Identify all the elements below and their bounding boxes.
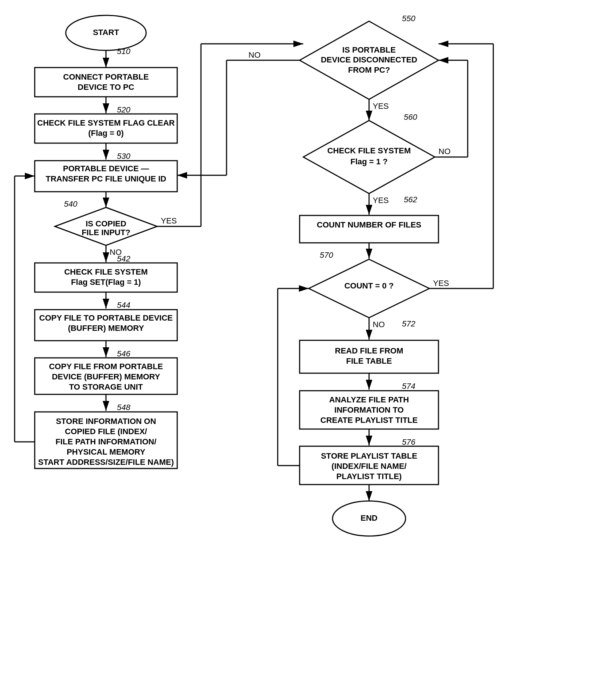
ref-510-label: 510 — [117, 47, 130, 56]
n542-label1: CHECK FILE SYSTEM — [64, 267, 148, 276]
n546-label2: DEVICE (BUFFER) MEMORY — [52, 372, 160, 381]
ref-562-label: 562 — [404, 195, 417, 204]
n572-label1: READ FILE FROM — [335, 346, 403, 355]
n576-label3: PLAYLIST TITLE) — [337, 472, 402, 481]
n520-label2: (Flag = 0) — [88, 129, 124, 138]
ref-572-label: 572 — [402, 319, 415, 328]
ref-570-label: 570 — [320, 250, 333, 260]
n570-label1: COUNT = 0 ? — [344, 281, 394, 290]
n560-label2: Flag = 1 ? — [350, 157, 388, 166]
n574-label2: INFORMATION TO — [334, 405, 404, 414]
n550-label1: IS PORTABLE — [342, 45, 396, 54]
n548-label3: FILE PATH INFORMATION/ — [56, 437, 156, 446]
n544-label1: COPY FILE TO PORTABLE DEVICE — [39, 313, 173, 322]
ref-542-label: 542 — [117, 254, 130, 263]
n560-yes-label: YES — [373, 196, 389, 205]
n560-no-label: NO — [438, 147, 451, 156]
end-label: END — [361, 513, 377, 523]
n574-label1: ANALYZE FILE PATH — [329, 395, 409, 404]
n562-label1: COUNT NUMBER OF FILES — [317, 220, 421, 229]
n550-yes-label: YES — [373, 102, 389, 111]
ref-550-label: 550 — [402, 14, 415, 23]
ref-576-label: 576 — [402, 437, 415, 447]
n550-no-label: NO — [248, 50, 261, 60]
n570-yes-label: YES — [433, 279, 449, 288]
n540-label2: FILE INPUT? — [81, 228, 130, 237]
n550-label2: DEVICE DISCONNECTED — [321, 55, 417, 64]
ref-574-label: 574 — [402, 382, 415, 391]
ref-560-label: 560 — [404, 112, 417, 122]
n548-label4: PHYSICAL MEMORY — [67, 447, 145, 456]
n576-label2: (INDEX/FILE NAME/ — [331, 462, 406, 471]
ref-530-label: 530 — [117, 152, 130, 161]
n530-label2: TRANSFER PC FILE UNIQUE ID — [46, 174, 166, 183]
flowchart-diagram: START 510 CONNECT PORTABLE DEVICE TO PC … — [0, 0, 604, 700]
ref-520-label: 520 — [117, 105, 130, 114]
ref-540-label: 540 — [64, 199, 77, 209]
n544-label2: (BUFFER) MEMORY — [68, 324, 144, 333]
n520-label1: CHECK FILE SYSTEM FLAG CLEAR — [37, 118, 175, 127]
n546-label1: COPY FILE FROM PORTABLE — [49, 362, 163, 371]
n510-label: CONNECT PORTABLE — [63, 72, 149, 81]
ref-546-label: 546 — [117, 349, 130, 358]
n530-label1: PORTABLE DEVICE — — [63, 164, 149, 173]
ref-544-label: 544 — [117, 301, 130, 310]
n540-yes-label: YES — [161, 216, 177, 225]
n548-label1: STORE INFORMATION ON — [56, 417, 156, 426]
n560-label1: CHECK FILE SYSTEM — [327, 146, 411, 155]
start-label: START — [93, 28, 119, 37]
n540-label1: IS COPIED — [86, 219, 126, 228]
n546-label3: TO STORAGE UNIT — [69, 382, 143, 391]
n576-label1: STORE PLAYLIST TABLE — [321, 451, 417, 460]
n570-no-label: NO — [373, 320, 385, 329]
n510-label2: DEVICE TO PC — [78, 83, 134, 92]
n548-label5: START ADDRESS/SIZE/FILE NAME) — [38, 458, 174, 467]
n550-label3: FROM PC? — [348, 65, 390, 74]
n574-label3: CREATE PLAYLIST TITLE — [320, 416, 418, 425]
n542-label2: Flag SET(Flag = 1) — [71, 278, 141, 287]
ref-548-label: 548 — [117, 403, 130, 412]
n548-label2: COPIED FILE (INDEX/ — [65, 427, 147, 436]
n572-label2: FILE TABLE — [346, 356, 392, 366]
